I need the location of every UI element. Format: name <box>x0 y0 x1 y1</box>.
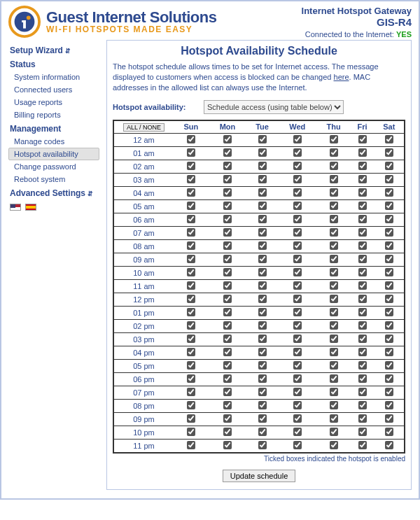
schedule-checkbox[interactable] <box>187 241 195 250</box>
schedule-checkbox[interactable] <box>385 414 393 423</box>
schedule-checkbox[interactable] <box>358 202 367 210</box>
nav-manage-codes[interactable]: Manage codes <box>8 135 99 148</box>
schedule-checkbox[interactable] <box>358 335 367 343</box>
schedule-checkbox[interactable] <box>223 228 232 237</box>
schedule-checkbox[interactable] <box>223 215 232 223</box>
schedule-checkbox[interactable] <box>293 281 302 290</box>
schedule-checkbox[interactable] <box>330 281 338 290</box>
nav-status[interactable]: Status <box>8 57 99 71</box>
schedule-checkbox[interactable] <box>187 268 195 276</box>
schedule-checkbox[interactable] <box>293 148 302 157</box>
schedule-checkbox[interactable] <box>293 135 302 143</box>
schedule-checkbox[interactable] <box>258 348 267 356</box>
schedule-checkbox[interactable] <box>187 401 195 409</box>
schedule-checkbox[interactable] <box>385 135 393 143</box>
schedule-checkbox[interactable] <box>258 374 267 383</box>
schedule-checkbox[interactable] <box>223 135 232 143</box>
schedule-checkbox[interactable] <box>385 281 393 290</box>
schedule-checkbox[interactable] <box>358 374 367 383</box>
schedule-checkbox[interactable] <box>258 241 267 250</box>
schedule-checkbox[interactable] <box>223 374 232 383</box>
schedule-checkbox[interactable] <box>223 388 232 396</box>
schedule-checkbox[interactable] <box>258 388 267 396</box>
schedule-checkbox[interactable] <box>187 175 195 183</box>
schedule-checkbox[interactable] <box>187 148 195 157</box>
schedule-checkbox[interactable] <box>223 295 232 303</box>
schedule-checkbox[interactable] <box>223 255 232 263</box>
schedule-checkbox[interactable] <box>258 228 267 237</box>
schedule-checkbox[interactable] <box>358 441 367 449</box>
schedule-checkbox[interactable] <box>293 228 302 237</box>
schedule-checkbox[interactable] <box>358 175 367 183</box>
schedule-checkbox[interactable] <box>293 414 302 423</box>
schedule-checkbox[interactable] <box>330 175 338 183</box>
schedule-checkbox[interactable] <box>258 148 267 157</box>
schedule-checkbox[interactable] <box>330 295 338 303</box>
flag-us-icon[interactable] <box>10 204 21 211</box>
schedule-checkbox[interactable] <box>187 228 195 237</box>
schedule-checkbox[interactable] <box>293 401 302 409</box>
schedule-checkbox[interactable] <box>385 361 393 370</box>
schedule-checkbox[interactable] <box>293 361 302 370</box>
schedule-checkbox[interactable] <box>385 335 393 343</box>
schedule-checkbox[interactable] <box>293 215 302 223</box>
schedule-checkbox[interactable] <box>258 255 267 263</box>
schedule-checkbox[interactable] <box>258 441 267 449</box>
schedule-checkbox[interactable] <box>358 135 367 143</box>
schedule-checkbox[interactable] <box>330 148 338 157</box>
schedule-checkbox[interactable] <box>187 202 195 210</box>
schedule-checkbox[interactable] <box>330 135 338 143</box>
schedule-checkbox[interactable] <box>187 388 195 396</box>
schedule-checkbox[interactable] <box>187 308 195 316</box>
schedule-checkbox[interactable] <box>223 281 232 290</box>
schedule-checkbox[interactable] <box>385 188 393 197</box>
schedule-checkbox[interactable] <box>330 228 338 237</box>
schedule-checkbox[interactable] <box>385 308 393 316</box>
schedule-checkbox[interactable] <box>358 215 367 223</box>
schedule-checkbox[interactable] <box>358 361 367 370</box>
schedule-checkbox[interactable] <box>187 335 195 343</box>
schedule-checkbox[interactable] <box>223 188 232 197</box>
schedule-checkbox[interactable] <box>330 241 338 250</box>
schedule-checkbox[interactable] <box>223 308 232 316</box>
schedule-checkbox[interactable] <box>223 202 232 210</box>
schedule-checkbox[interactable] <box>358 281 367 290</box>
schedule-checkbox[interactable] <box>330 388 338 396</box>
schedule-checkbox[interactable] <box>293 268 302 276</box>
schedule-checkbox[interactable] <box>358 428 367 436</box>
schedule-checkbox[interactable] <box>330 335 338 343</box>
schedule-checkbox[interactable] <box>358 321 367 330</box>
schedule-checkbox[interactable] <box>293 388 302 396</box>
schedule-checkbox[interactable] <box>223 268 232 276</box>
schedule-checkbox[interactable] <box>385 348 393 356</box>
schedule-checkbox[interactable] <box>258 361 267 370</box>
nav-advanced-settings[interactable]: Advanced Settings ⇵ <box>8 185 99 199</box>
schedule-checkbox[interactable] <box>223 348 232 356</box>
nav-connected-users[interactable]: Connected users <box>8 83 99 96</box>
schedule-checkbox[interactable] <box>223 361 232 370</box>
schedule-checkbox[interactable] <box>258 215 267 223</box>
schedule-checkbox[interactable] <box>258 188 267 197</box>
schedule-checkbox[interactable] <box>385 321 393 330</box>
schedule-checkbox[interactable] <box>293 335 302 343</box>
schedule-checkbox[interactable] <box>223 335 232 343</box>
schedule-checkbox[interactable] <box>293 188 302 197</box>
schedule-checkbox[interactable] <box>258 281 267 290</box>
schedule-checkbox[interactable] <box>293 441 302 449</box>
schedule-checkbox[interactable] <box>258 295 267 303</box>
schedule-checkbox[interactable] <box>385 428 393 436</box>
schedule-checkbox[interactable] <box>258 175 267 183</box>
schedule-checkbox[interactable] <box>330 361 338 370</box>
schedule-checkbox[interactable] <box>385 162 393 170</box>
schedule-checkbox[interactable] <box>258 308 267 316</box>
schedule-checkbox[interactable] <box>293 255 302 263</box>
schedule-checkbox[interactable] <box>187 374 195 383</box>
nav-hotspot-availability[interactable]: Hotspot availability <box>8 148 99 160</box>
schedule-checkbox[interactable] <box>293 428 302 436</box>
schedule-checkbox[interactable] <box>187 348 195 356</box>
schedule-checkbox[interactable] <box>385 374 393 383</box>
schedule-checkbox[interactable] <box>187 215 195 223</box>
schedule-checkbox[interactable] <box>385 388 393 396</box>
schedule-checkbox[interactable] <box>258 428 267 436</box>
schedule-checkbox[interactable] <box>330 202 338 210</box>
